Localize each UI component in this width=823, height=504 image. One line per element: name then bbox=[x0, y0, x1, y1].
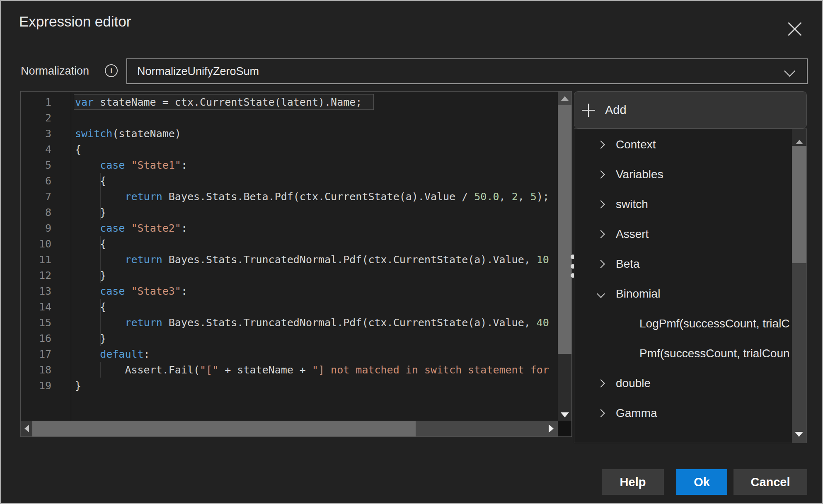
tree-item-label: Beta bbox=[616, 257, 640, 271]
tree-item-gamma[interactable]: Gamma bbox=[574, 398, 792, 428]
scroll-up-arrow-icon bbox=[561, 96, 569, 101]
line-number: 9 bbox=[21, 222, 51, 234]
tree-item-variables[interactable]: Variables bbox=[574, 160, 792, 189]
code-lines: 1var stateName = ctx.CurrentState(latent… bbox=[21, 94, 558, 393]
code-text: Assert.Fail("[" + stateName + "] not mat… bbox=[75, 364, 549, 376]
line-number: 11 bbox=[21, 254, 51, 266]
editor-horizontal-scrollbar[interactable] bbox=[21, 421, 558, 436]
normalization-dropdown[interactable]: NormalizeUnifyZeroSum bbox=[126, 58, 808, 84]
code-text: switch(stateName) bbox=[75, 128, 181, 140]
line-number: 15 bbox=[21, 317, 51, 329]
code-text: { bbox=[75, 238, 106, 250]
code-line[interactable]: 16 } bbox=[21, 330, 558, 346]
tree-item-context[interactable]: Context bbox=[574, 130, 792, 160]
code-line[interactable]: 10 { bbox=[21, 236, 558, 252]
ok-button[interactable]: Ok bbox=[676, 469, 727, 495]
close-icon bbox=[786, 20, 804, 38]
scroll-up-arrow-icon bbox=[796, 140, 803, 144]
chevron-right-icon bbox=[597, 170, 605, 179]
tree-scrollbar-thumb[interactable] bbox=[792, 146, 806, 263]
line-number: 19 bbox=[21, 380, 51, 392]
scroll-right-arrow-icon bbox=[549, 424, 554, 433]
tree-item-assert[interactable]: Assert bbox=[574, 219, 792, 249]
code-line[interactable]: 14 { bbox=[21, 299, 558, 315]
code-line[interactable]: 11 return Bayes.Stats.TruncatedNormal.Pd… bbox=[21, 252, 558, 267]
function-panel: Add ContextVariablesswitchAssertBetaBino… bbox=[574, 91, 808, 443]
code-text: } bbox=[75, 206, 106, 218]
code-line[interactable]: 4{ bbox=[21, 141, 558, 157]
code-text: var stateName = ctx.CurrentState(latent)… bbox=[75, 96, 362, 108]
tree-item-label: Assert bbox=[616, 228, 649, 241]
tree-item-label: LogPmf(successCount, trialC bbox=[639, 317, 790, 330]
scroll-down-button[interactable] bbox=[558, 412, 571, 417]
help-button[interactable]: Help bbox=[602, 469, 664, 495]
line-number: 3 bbox=[21, 128, 51, 140]
code-line[interactable]: 7 return Bayes.Stats.Beta.Pdf(ctx.Curren… bbox=[21, 189, 558, 204]
code-text: return Bayes.Stats.TruncatedNormal.Pdf(c… bbox=[75, 254, 549, 266]
code-line[interactable]: 18 Assert.Fail("[" + stateName + "] not … bbox=[21, 362, 558, 378]
code-line[interactable]: 9 case "State2": bbox=[21, 220, 558, 236]
code-line[interactable]: 1var stateName = ctx.CurrentState(latent… bbox=[21, 94, 558, 110]
code-line[interactable]: 5 case "State1": bbox=[21, 157, 558, 173]
code-line[interactable]: 3switch(stateName) bbox=[21, 126, 558, 141]
code-text: } bbox=[75, 332, 106, 344]
tree-item-pmf-successcount-trialcoun[interactable]: Pmf(successCount, trialCoun bbox=[574, 339, 792, 368]
tree-item-label: switch bbox=[616, 198, 648, 211]
vertical-scrollbar-thumb[interactable] bbox=[558, 105, 571, 354]
plus-icon bbox=[582, 104, 595, 117]
line-number: 14 bbox=[21, 301, 51, 313]
horizontal-scrollbar-thumb[interactable] bbox=[32, 421, 416, 436]
code-viewport[interactable]: 1var stateName = ctx.CurrentState(latent… bbox=[21, 92, 558, 421]
line-number: 18 bbox=[21, 364, 51, 376]
tree-scrollbar[interactable] bbox=[792, 129, 806, 443]
code-line[interactable]: 2 bbox=[21, 110, 558, 126]
code-text: } bbox=[75, 269, 106, 281]
code-line[interactable]: 17 default: bbox=[21, 346, 558, 362]
scroll-down-arrow-icon bbox=[561, 412, 569, 417]
chevron-down-icon bbox=[597, 290, 605, 298]
line-number: 17 bbox=[21, 348, 51, 360]
function-tree-rows: ContextVariablesswitchAssertBetaBinomial… bbox=[574, 130, 792, 428]
code-editor[interactable]: 1var stateName = ctx.CurrentState(latent… bbox=[20, 91, 572, 437]
line-number: 10 bbox=[21, 238, 51, 250]
info-icon[interactable]: i bbox=[105, 64, 118, 77]
scroll-right-button[interactable] bbox=[549, 421, 554, 436]
code-text: } bbox=[75, 380, 81, 392]
scroll-left-arrow-icon bbox=[24, 425, 29, 432]
line-number: 4 bbox=[21, 143, 51, 155]
tree-item-logpmf-successcount-trialc[interactable]: LogPmf(successCount, trialC bbox=[574, 309, 792, 339]
scroll-left-button[interactable] bbox=[21, 421, 32, 436]
chevron-right-icon bbox=[597, 260, 605, 268]
close-button[interactable] bbox=[785, 19, 805, 39]
chevron-right-icon bbox=[597, 230, 605, 238]
code-line[interactable]: 12 } bbox=[21, 267, 558, 283]
tree-item-binomial[interactable]: Binomial bbox=[574, 279, 792, 309]
line-number: 5 bbox=[21, 159, 51, 171]
dropdown-selected-value: NormalizeUnifyZeroSum bbox=[137, 59, 259, 83]
code-text: case "State3": bbox=[75, 285, 187, 297]
tree-item-label: Context bbox=[616, 138, 656, 151]
code-line[interactable]: 13 case "State3": bbox=[21, 283, 558, 299]
cancel-button[interactable]: Cancel bbox=[733, 469, 807, 495]
tree-item-label: double bbox=[616, 377, 651, 390]
scroll-up-button[interactable] bbox=[558, 92, 571, 105]
tree-scroll-track[interactable] bbox=[792, 263, 806, 443]
add-button[interactable]: Add bbox=[574, 91, 807, 128]
tree-item-label: Pmf(successCount, trialCoun bbox=[639, 347, 790, 360]
tree-item-beta[interactable]: Beta bbox=[574, 249, 792, 279]
code-text: return Bayes.Stats.Beta.Pdf(ctx.CurrentS… bbox=[75, 191, 549, 203]
expression-editor-dialog: Expression editor Normalization i Normal… bbox=[0, 0, 823, 504]
code-line[interactable]: 15 return Bayes.Stats.TruncatedNormal.Pd… bbox=[21, 315, 558, 330]
function-tree[interactable]: ContextVariablesswitchAssertBetaBinomial… bbox=[574, 128, 807, 443]
code-line[interactable]: 19} bbox=[21, 378, 558, 393]
line-number: 8 bbox=[21, 206, 51, 218]
line-number: 12 bbox=[21, 269, 51, 281]
line-number: 6 bbox=[21, 175, 51, 187]
code-line[interactable]: 6 { bbox=[21, 173, 558, 189]
tree-scroll-up-button[interactable] bbox=[792, 129, 806, 146]
code-line[interactable]: 8 } bbox=[21, 204, 558, 220]
code-text: case "State2": bbox=[75, 222, 187, 234]
tree-item-switch[interactable]: switch bbox=[574, 189, 792, 219]
chevron-right-icon bbox=[597, 200, 605, 208]
tree-item-double[interactable]: double bbox=[574, 368, 792, 398]
